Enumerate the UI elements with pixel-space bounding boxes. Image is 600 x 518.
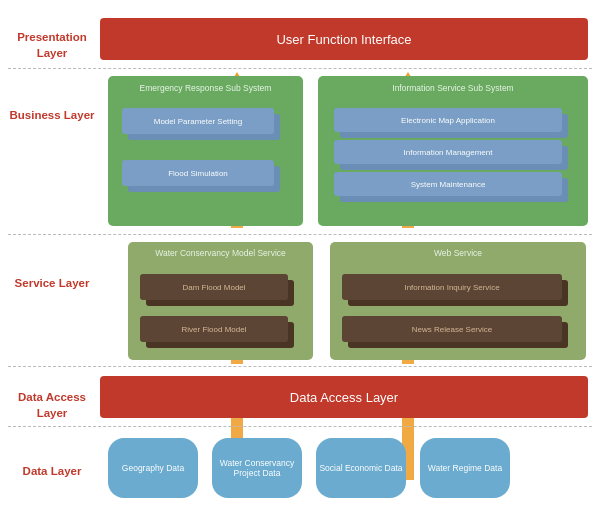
sys-maint-module: System Maintenance	[334, 172, 562, 196]
electronic-map-module: Electronic Map Application	[334, 108, 562, 132]
emergency-subsystem-box: Emergency Response Sub System Model Para…	[108, 76, 303, 226]
water-service-box: Water Conservancy Model Service Dam Floo…	[128, 242, 313, 360]
water-regime-data-cylinder: Water Regime Data	[420, 438, 510, 498]
presentation-bar: User Function Interface	[100, 18, 588, 60]
river-flood-module: River Flood Model	[140, 316, 288, 342]
business-layer-label: Business Layer	[8, 108, 96, 123]
emergency-subsystem-title: Emergency Response Sub System	[108, 83, 303, 93]
flood-sim-module: Flood Simulation	[122, 160, 274, 186]
data-access-layer-label: Data AccessLayer	[8, 390, 96, 421]
web-service-box: Web Service Information Inquiry Service …	[330, 242, 586, 360]
diagram-container: PresentationLayer User Function Interfac…	[0, 0, 600, 518]
presentation-bar-text: User Function Interface	[276, 32, 411, 47]
architecture-diagram: PresentationLayer User Function Interfac…	[8, 8, 592, 510]
web-service-title: Web Service	[330, 248, 586, 258]
dash-line-2	[8, 234, 592, 235]
news-release-module: News Release Service	[342, 316, 562, 342]
info-inquiry-module: Information Inquiry Service	[342, 274, 562, 300]
water-conservancy-data-cylinder: Water Conservancy Project Data	[212, 438, 302, 498]
data-access-bar-text: Data Access Layer	[290, 390, 398, 405]
info-subsystem-title: Information Service Sub System	[318, 83, 588, 93]
model-param-module: Model Parameter Setting	[122, 108, 274, 134]
geography-data-cylinder: Geography Data	[108, 438, 198, 498]
presentation-layer-label: PresentationLayer	[8, 30, 96, 61]
dash-line-4	[8, 426, 592, 427]
dash-line-3	[8, 366, 592, 367]
info-subsystem-box: Information Service Sub System Electroni…	[318, 76, 588, 226]
dam-flood-module: Dam Flood Model	[140, 274, 288, 300]
data-layer-label: Data Layer	[8, 464, 96, 480]
service-layer-label: Service Layer	[8, 276, 96, 292]
info-mgmt-module: Information Management	[334, 140, 562, 164]
dash-line-1	[8, 68, 592, 69]
data-access-bar: Data Access Layer	[100, 376, 588, 418]
water-service-title: Water Conservancy Model Service	[128, 248, 313, 258]
social-economic-data-cylinder: Social Economic Data	[316, 438, 406, 498]
